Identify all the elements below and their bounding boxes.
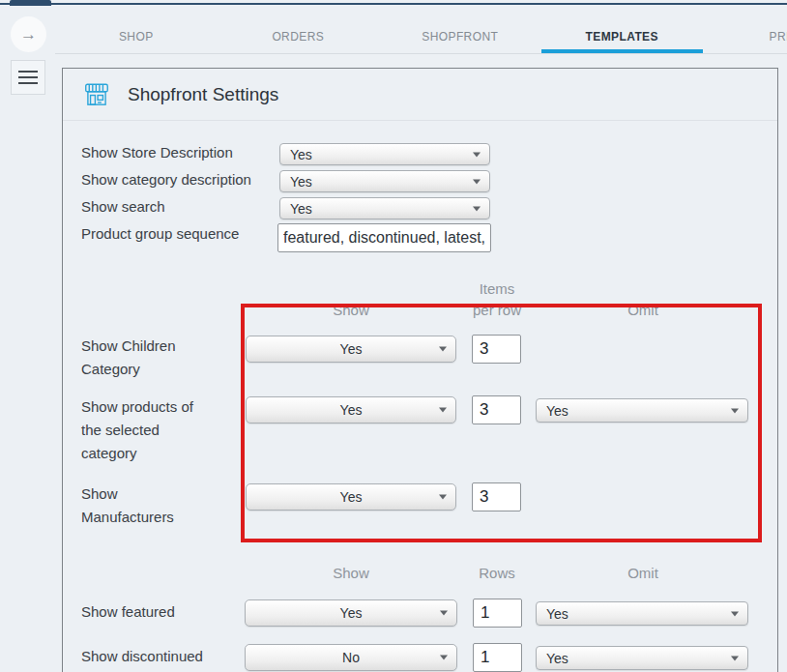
column-header-show: Show (303, 302, 399, 318)
browser-top-line (0, 3, 787, 5)
children-items-per-row-input[interactable] (472, 335, 521, 364)
shopfront-settings-panel: Shopfront Settings Show Store Descriptio… (62, 68, 778, 672)
sidebar-expand-button[interactable]: → (11, 16, 46, 52)
panel-header: Shopfront Settings (63, 69, 777, 121)
chevron-down-icon (731, 656, 739, 660)
column-header-per-row: per row (449, 302, 545, 318)
chevron-down-icon (473, 206, 481, 211)
settings-tabbar: SHOP ORDERS SHOPFRONT TEMPLATES PRIC (55, 19, 787, 54)
show-discontinued-select[interactable]: No (245, 644, 457, 671)
arrow-right-icon: → (20, 25, 37, 44)
column-header-omit: Omit (595, 302, 691, 318)
field-label: Show Manufacturers (81, 482, 209, 529)
show-category-description-select[interactable]: Yes (279, 170, 490, 192)
storefront-icon (82, 80, 111, 109)
show-search-select[interactable]: Yes (279, 197, 490, 219)
products-items-per-row-input[interactable] (472, 395, 521, 424)
chevron-down-icon (439, 495, 447, 500)
field-label: Show discontinued (81, 645, 217, 668)
field-label: Show Store Description (81, 141, 233, 164)
hamburger-icon (18, 71, 38, 73)
chevron-down-icon (440, 656, 448, 660)
show-children-category-select[interactable]: Yes (246, 336, 456, 363)
chevron-down-icon (731, 611, 739, 616)
chevron-down-icon (440, 611, 448, 616)
discontinued-omit-select[interactable]: Yes (536, 646, 748, 670)
chevron-down-icon (439, 408, 447, 413)
field-label: Show category description (81, 168, 251, 191)
manufacturers-items-per-row-input[interactable] (472, 482, 521, 511)
chevron-down-icon (473, 152, 481, 157)
page-title: Shopfront Settings (128, 84, 278, 105)
field-label: Show featured (81, 600, 209, 624)
column-header-rows: Rows (449, 565, 545, 581)
chevron-down-icon (473, 179, 481, 184)
hamburger-menu-button[interactable] (11, 60, 45, 95)
tab-orders[interactable]: ORDERS (218, 19, 380, 53)
browser-tab-sliver (10, 0, 51, 6)
products-omit-select[interactable]: Yes (536, 398, 748, 423)
tab-shopfront[interactable]: SHOPFRONT (379, 19, 541, 53)
show-products-select[interactable]: Yes (246, 396, 456, 424)
product-group-sequence-input[interactable] (277, 223, 491, 252)
column-header-items: Items (449, 280, 545, 297)
featured-omit-select[interactable]: Yes (536, 601, 748, 626)
field-label: Show products of the selected category (81, 395, 209, 465)
tab-pricing[interactable]: PRIC (703, 19, 787, 53)
chevron-down-icon (439, 347, 447, 352)
column-header-omit: Omit (595, 565, 691, 581)
chevron-down-icon (731, 408, 739, 413)
featured-rows-input[interactable] (473, 599, 522, 628)
show-featured-select[interactable]: Yes (245, 599, 457, 627)
field-label: Product group sequence (81, 222, 239, 246)
field-label: Show search (81, 195, 165, 219)
discontinued-rows-input[interactable] (473, 643, 522, 672)
field-label: Show Children Category (81, 335, 209, 381)
column-header-show: Show (303, 565, 399, 581)
tab-templates[interactable]: TEMPLATES (541, 19, 704, 53)
show-manufacturers-select[interactable]: Yes (246, 483, 456, 511)
show-store-description-select[interactable]: Yes (279, 143, 490, 165)
tab-shop[interactable]: SHOP (55, 19, 218, 53)
